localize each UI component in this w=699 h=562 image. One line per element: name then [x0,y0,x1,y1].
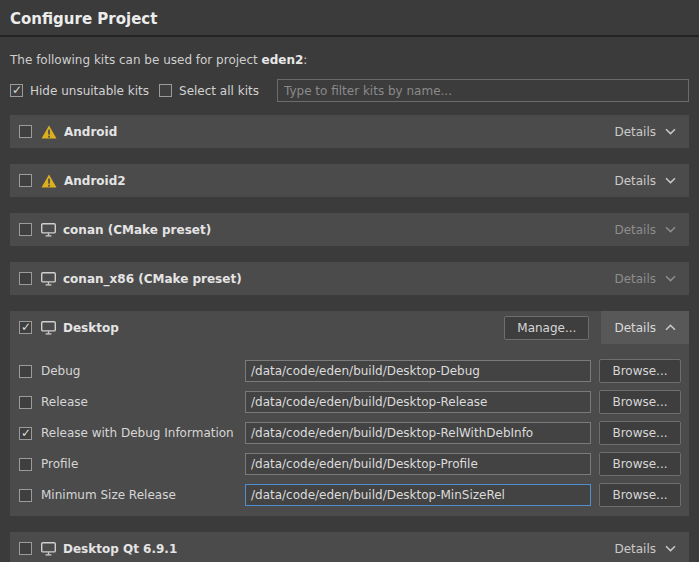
chevron-down-icon [665,226,676,233]
config-checkbox[interactable] [19,365,32,378]
kit-header[interactable]: conan_x86 (CMake preset) Details [10,262,689,295]
kit-checkbox[interactable] [19,125,32,138]
kit-name: Android2 [64,174,126,188]
desktop-icon [41,272,56,286]
hide-unsuitable-kits-label: Hide unsuitable kits [30,84,149,98]
config-label: Minimum Size Release [41,488,176,502]
config-left: Profile [19,457,245,471]
config-left: Debug [19,364,245,378]
config-row-debug: Debug Browse... [10,360,689,382]
build-path-input[interactable] [245,391,591,413]
details-label: Details [614,174,656,188]
filter-row: Hide unsuitable kits Select all kits [0,67,699,102]
browse-button[interactable]: Browse... [599,390,681,414]
project-name: eden2 [262,53,304,67]
kits-description-suffix: : [303,53,307,67]
select-all-kits-label: Select all kits [179,84,259,98]
kit-header[interactable]: Desktop Qt 6.9.1 Details [10,532,689,562]
kit-name: Android [64,125,117,139]
kit-header[interactable]: Desktop Manage... Details [10,311,689,344]
config-row-release: Release Browse... [10,391,689,413]
page-title: Configure Project [0,0,699,28]
kit-card-desktop-qt: Desktop Qt 6.9.1 Details [10,532,689,562]
browse-button[interactable]: Browse... [599,421,681,445]
select-all-kits-checkbox[interactable] [159,84,172,97]
details-toggle[interactable]: Details [601,311,689,344]
kit-card-android2: Android2 Details [10,164,689,197]
kit-name: conan_x86 (CMake preset) [63,272,242,286]
kit-filter-input[interactable] [277,79,689,102]
browse-button[interactable]: Browse... [599,359,681,383]
hide-unsuitable-kits-checkbox-group[interactable]: Hide unsuitable kits [10,84,149,98]
manage-button[interactable]: Manage... [504,316,589,340]
config-checkbox[interactable] [19,427,32,440]
config-left: Release [19,395,245,409]
chevron-down-icon [665,545,676,552]
config-checkbox[interactable] [19,396,32,409]
config-checkbox[interactable] [19,458,32,471]
config-label: Release with Debug Information [41,426,234,440]
details-label: Details [614,542,656,556]
config-label: Release [41,395,88,409]
kit-name: Desktop Qt 6.9.1 [63,542,177,556]
details-label: Details [614,272,656,286]
kits-description-prefix: The following kits can be used for proje… [10,53,262,67]
desktop-icon [41,321,56,335]
config-row-minsizerel: Minimum Size Release Browse... [10,484,689,506]
chevron-up-icon [665,324,676,331]
kit-card-conan: conan (CMake preset) Details [10,213,689,246]
kits-description: The following kits can be used for proje… [0,37,699,67]
hide-unsuitable-kits-checkbox[interactable] [10,84,23,97]
chevron-down-icon [665,275,676,282]
kit-checkbox[interactable] [19,542,32,555]
warning-icon [41,125,57,139]
desktop-icon [41,223,56,237]
configure-project-page: Configure Project The following kits can… [0,0,699,562]
kit-checkbox[interactable] [19,321,32,334]
details-toggle[interactable]: Details [601,262,689,295]
build-path-input[interactable] [245,360,591,382]
browse-button[interactable]: Browse... [599,483,681,507]
kit-name: Desktop [63,321,119,335]
config-left: Minimum Size Release [19,488,245,502]
kit-checkbox[interactable] [19,174,32,187]
details-toggle[interactable]: Details [601,213,689,246]
kit-header[interactable]: Android Details [10,115,689,148]
config-row-profile: Profile Browse... [10,453,689,475]
kit-name: conan (CMake preset) [63,223,211,237]
build-path-input[interactable] [245,484,591,506]
chevron-down-icon [665,177,676,184]
config-row-relwithdebinfo: Release with Debug Information Browse... [10,422,689,444]
desktop-icon [41,542,56,556]
details-label: Details [614,125,656,139]
select-all-kits-checkbox-group[interactable]: Select all kits [159,84,259,98]
build-path-input[interactable] [245,453,591,475]
build-path-input[interactable] [245,422,591,444]
desktop-details-panel: Debug Browse... Release Browse... Releas… [10,344,689,516]
details-label: Details [614,321,656,335]
details-label: Details [614,223,656,237]
details-toggle[interactable]: Details [601,115,689,148]
kit-card-desktop: Desktop Manage... Details Debug Browse..… [10,311,689,516]
config-label: Profile [41,457,78,471]
config-left: Release with Debug Information [19,426,245,440]
warning-icon [41,174,57,188]
kit-card-conan-x86: conan_x86 (CMake preset) Details [10,262,689,295]
chevron-down-icon [665,128,676,135]
kit-checkbox[interactable] [19,223,32,236]
browse-button[interactable]: Browse... [599,452,681,476]
details-toggle[interactable]: Details [601,532,689,562]
config-label: Debug [41,364,80,378]
kit-header[interactable]: conan (CMake preset) Details [10,213,689,246]
details-toggle[interactable]: Details [601,164,689,197]
kit-card-android: Android Details [10,115,689,148]
kit-header[interactable]: Android2 Details [10,164,689,197]
kit-checkbox[interactable] [19,272,32,285]
config-checkbox[interactable] [19,489,32,502]
